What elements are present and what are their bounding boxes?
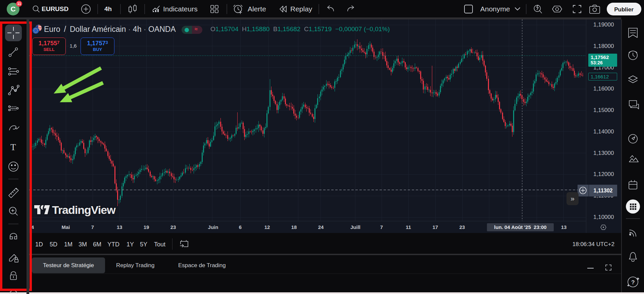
svg-text:Replay: Replay xyxy=(290,5,312,13)
svg-text:Alerte: Alerte xyxy=(248,5,266,13)
svg-text:?: ? xyxy=(631,279,635,286)
svg-text:Indicateurs: Indicateurs xyxy=(163,5,198,13)
svg-text:Anonyme: Anonyme xyxy=(480,5,510,13)
svg-text:TradingView: TradingView xyxy=(52,203,116,216)
svg-text:Publier: Publier xyxy=(614,6,634,13)
svg-text:EURUSD: EURUSD xyxy=(42,5,68,12)
svg-text:4h: 4h xyxy=(104,5,112,12)
